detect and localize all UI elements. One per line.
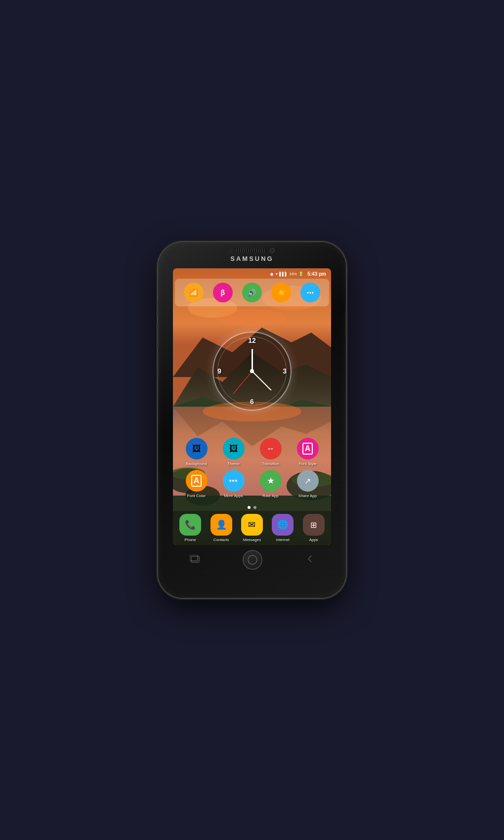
app-row-1: 🖼 Background 🖼 Theme ↔ Tr xyxy=(178,438,326,466)
app-grid: 🖼 Background 🖼 Theme ↔ Tr xyxy=(173,436,331,504)
phone-dock-icon[interactable]: 📞 xyxy=(179,514,201,536)
alarm-icon: ⏰ xyxy=(269,272,274,276)
bluetooth-icon: β xyxy=(221,289,225,296)
brightness-quick-btn[interactable]: ☀️ xyxy=(271,283,291,302)
page-dots xyxy=(173,504,331,511)
recent-apps-button[interactable] xyxy=(190,555,200,565)
clock-12: 12 xyxy=(248,336,256,344)
wifi-quick-btn[interactable]: 📶 xyxy=(184,283,204,302)
apps-icon-glyph: ⊞ xyxy=(310,520,317,530)
dot-2 xyxy=(253,506,256,509)
status-time: 5:43 pm xyxy=(307,271,326,277)
analog-clock-face: 12 3 6 9 xyxy=(212,332,292,411)
sensor-dot-1 xyxy=(229,249,232,252)
clock-9: 9 xyxy=(217,367,221,375)
app-row-2: A Font Color ••• More Apps ★ xyxy=(178,470,326,498)
app-dock: 📞 Phone 👤 Contacts ✉ Messages xyxy=(173,511,331,545)
apps-dock-icon[interactable]: ⊞ xyxy=(303,514,325,536)
background-label: Background xyxy=(186,462,207,466)
phone-screen[interactable]: ⏰ ▾ ▌▌▌ 33% 🔋 5:43 pm 📶 β 🔊 xyxy=(173,268,331,545)
background-icon-glyph: 🖼 xyxy=(192,444,201,454)
font-color-icon-glyph: A xyxy=(191,475,202,487)
dot-1 xyxy=(248,506,251,509)
transition-icon-glyph: ↔ xyxy=(267,444,275,453)
bluetooth-quick-btn[interactable]: β xyxy=(213,283,233,302)
homescreen: ⏰ ▾ ▌▌▌ 33% 🔋 5:43 pm 📶 β 🔊 xyxy=(173,268,331,545)
messages-icon-glyph: ✉ xyxy=(248,519,255,530)
phone-icon-glyph: 📞 xyxy=(185,519,196,530)
theme-label: Theme xyxy=(227,462,240,466)
share-app-label: Share App xyxy=(298,494,317,498)
internet-icon-glyph: 🌐 xyxy=(277,519,288,530)
internet-dock-app[interactable]: 🌐 Internet xyxy=(268,514,297,542)
phone-dock-app[interactable]: 📞 Phone xyxy=(175,514,205,542)
font-style-icon[interactable]: A xyxy=(297,438,319,460)
status-bar: ⏰ ▾ ▌▌▌ 33% 🔋 5:43 pm xyxy=(173,268,331,279)
more-quick-btn[interactable]: ••• xyxy=(300,283,320,302)
speaker-grille xyxy=(236,249,266,252)
messages-dock-icon[interactable]: ✉ xyxy=(241,514,263,536)
more-apps-app[interactable]: ••• More Apps xyxy=(219,470,249,498)
phone-top-area: SAMSUNG xyxy=(158,242,346,268)
internet-dock-label: Internet xyxy=(276,538,290,542)
internet-dock-icon[interactable]: 🌐 xyxy=(272,514,294,536)
phone-bottom-nav xyxy=(158,545,346,575)
background-icon[interactable]: 🖼 xyxy=(186,438,208,460)
power-button[interactable] xyxy=(345,311,347,336)
rate-icon-glyph: ★ xyxy=(267,475,275,486)
sound-quick-btn[interactable]: 🔊 xyxy=(242,283,262,302)
clock-3: 3 xyxy=(283,367,287,375)
more-apps-icon[interactable]: ••• xyxy=(223,470,245,492)
volume-down-button[interactable] xyxy=(157,324,159,348)
clock-6: 6 xyxy=(250,398,254,406)
contacts-dock-label: Contacts xyxy=(213,538,229,542)
sound-icon: 🔊 xyxy=(248,289,256,296)
font-style-label: Font Style xyxy=(298,462,316,466)
font-color-label: Font Color xyxy=(187,494,206,498)
font-color-icon[interactable]: A xyxy=(186,470,208,492)
brightness-icon: ☀️ xyxy=(277,289,286,296)
more-dots-icon: ••• xyxy=(307,290,314,295)
messages-dock-app[interactable]: ✉ Messages xyxy=(237,514,267,542)
share-app-app[interactable]: ↗ Share App xyxy=(293,470,323,498)
contacts-icon-glyph: 👤 xyxy=(216,519,227,530)
share-icon-glyph: ↗ xyxy=(304,476,311,486)
back-button[interactable] xyxy=(305,555,314,565)
theme-icon-glyph: 🖼 xyxy=(229,444,238,454)
clock-center-dot xyxy=(250,369,254,373)
clock-widget: 12 3 6 9 xyxy=(173,306,331,436)
transition-app[interactable]: ↔ Transition xyxy=(256,438,286,466)
font-style-icon-glyph: A xyxy=(302,443,313,455)
transition-icon[interactable]: ↔ xyxy=(260,438,282,460)
font-color-app[interactable]: A Font Color xyxy=(182,470,211,498)
wifi-icon: 📶 xyxy=(189,289,198,296)
brand-logo: SAMSUNG xyxy=(230,255,273,262)
messages-dock-label: Messages xyxy=(243,538,261,542)
home-button[interactable] xyxy=(243,550,262,570)
rate-app-label: Rate App xyxy=(262,494,279,498)
wifi-status-icon: ▾ xyxy=(276,272,278,276)
transition-label: Transition xyxy=(262,462,279,466)
front-camera xyxy=(270,248,275,253)
contacts-dock-icon[interactable]: 👤 xyxy=(210,514,232,536)
background-app[interactable]: 🖼 Background xyxy=(182,438,211,466)
rate-app-app[interactable]: ★ Rate App xyxy=(256,470,286,498)
bixby-button[interactable] xyxy=(157,353,159,378)
quick-settings-bar: 📶 β 🔊 ☀️ ••• xyxy=(175,279,329,306)
theme-app[interactable]: 🖼 Theme xyxy=(219,438,249,466)
battery-level: 33% xyxy=(289,272,297,276)
font-style-app[interactable]: A Font Style xyxy=(293,438,323,466)
sensor-row xyxy=(229,248,275,253)
apps-dock-label: Apps xyxy=(309,538,318,542)
theme-icon[interactable]: 🖼 xyxy=(223,438,245,460)
more-apps-label: More Apps xyxy=(224,494,243,498)
signal-icon: ▌▌▌ xyxy=(279,272,288,276)
hour-hand xyxy=(252,349,253,371)
share-app-icon[interactable]: ↗ xyxy=(297,470,319,492)
apps-dock-app[interactable]: ⊞ Apps xyxy=(299,514,329,542)
rate-app-icon[interactable]: ★ xyxy=(260,470,282,492)
contacts-dock-app[interactable]: 👤 Contacts xyxy=(207,514,236,542)
more-apps-icon-glyph: ••• xyxy=(229,477,238,485)
phone-dock-label: Phone xyxy=(185,538,196,542)
volume-up-button[interactable] xyxy=(157,301,159,316)
